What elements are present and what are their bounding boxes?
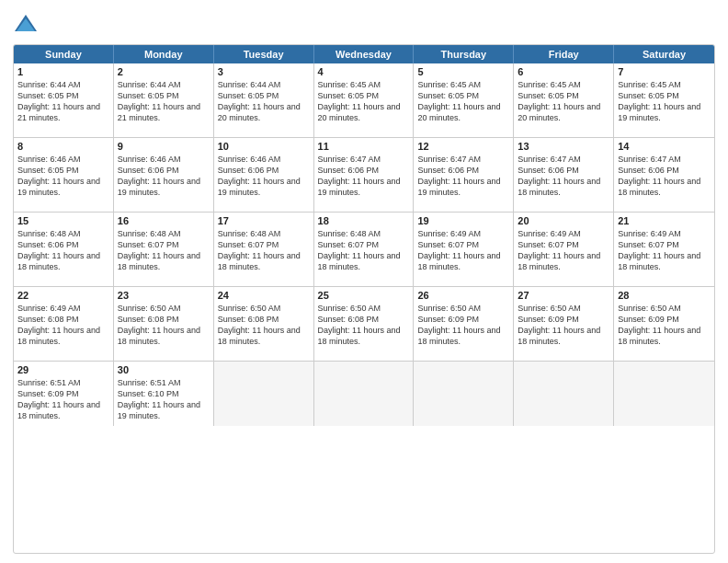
empty-cell-r4c2 [214,362,314,426]
logo-icon [13,11,39,37]
logo [13,11,42,37]
page: SundayMondayTuesdayWednesdayThursdayFrid… [0,0,728,563]
day-number: 12 [417,141,509,152]
day-info: Sunrise: 6:50 AMSunset: 6:08 PMDaylight:… [218,303,310,348]
day-cell-10: 10Sunrise: 6:46 AMSunset: 6:06 PMDayligh… [214,138,314,212]
day-info: Sunrise: 6:50 AMSunset: 6:09 PMDaylight:… [618,303,711,348]
day-number: 29 [17,364,109,375]
day-number: 25 [318,290,410,301]
day-number: 20 [518,215,609,226]
day-cell-19: 19Sunrise: 6:49 AMSunset: 6:07 PMDayligh… [414,213,514,286]
day-number: 17 [218,215,310,226]
calendar-header: SundayMondayTuesdayWednesdayThursdayFrid… [14,45,714,63]
day-info: Sunrise: 6:46 AMSunset: 6:05 PMDaylight:… [17,154,109,199]
day-info: Sunrise: 6:47 AMSunset: 6:06 PMDaylight:… [618,154,711,199]
day-number: 2 [118,66,210,77]
day-number: 3 [218,66,310,77]
empty-cell-r4c3 [314,362,415,426]
day-info: Sunrise: 6:50 AMSunset: 6:08 PMDaylight:… [318,303,410,348]
day-info: Sunrise: 6:46 AMSunset: 6:06 PMDaylight:… [218,154,310,199]
day-cell-15: 15Sunrise: 6:48 AMSunset: 6:06 PMDayligh… [14,213,114,286]
day-number: 30 [118,364,210,375]
day-number: 28 [618,290,711,301]
day-number: 1 [17,66,109,77]
day-number: 24 [218,290,310,301]
day-info: Sunrise: 6:45 AMSunset: 6:05 PMDaylight:… [518,79,609,124]
day-cell-9: 9Sunrise: 6:46 AMSunset: 6:06 PMDaylight… [114,138,214,212]
day-number: 18 [318,215,410,226]
day-number: 21 [618,215,711,226]
header-day-wednesday: Wednesday [314,45,415,63]
day-cell-29: 29Sunrise: 6:51 AMSunset: 6:09 PMDayligh… [14,362,114,426]
day-number: 15 [17,215,109,226]
header [13,11,715,37]
day-cell-30: 30Sunrise: 6:51 AMSunset: 6:10 PMDayligh… [114,362,214,426]
day-info: Sunrise: 6:48 AMSunset: 6:07 PMDaylight:… [118,228,210,273]
day-info: Sunrise: 6:49 AMSunset: 6:07 PMDaylight:… [618,228,711,273]
day-cell-28: 28Sunrise: 6:50 AMSunset: 6:09 PMDayligh… [614,287,714,361]
day-info: Sunrise: 6:45 AMSunset: 6:05 PMDaylight:… [618,79,711,124]
empty-cell-r4c4 [414,362,514,426]
day-info: Sunrise: 6:45 AMSunset: 6:05 PMDaylight:… [417,79,509,124]
day-number: 7 [618,66,711,77]
day-number: 6 [518,66,609,77]
day-cell-12: 12Sunrise: 6:47 AMSunset: 6:06 PMDayligh… [414,138,514,212]
day-cell-6: 6Sunrise: 6:45 AMSunset: 6:05 PMDaylight… [514,63,614,137]
day-info: Sunrise: 6:46 AMSunset: 6:06 PMDaylight:… [118,154,210,199]
day-info: Sunrise: 6:49 AMSunset: 6:07 PMDaylight:… [417,228,509,273]
day-number: 4 [318,66,410,77]
calendar-body: 1Sunrise: 6:44 AMSunset: 6:05 PMDaylight… [14,63,714,426]
header-day-sunday: Sunday [14,45,114,63]
day-cell-7: 7Sunrise: 6:45 AMSunset: 6:05 PMDaylight… [614,63,714,137]
day-info: Sunrise: 6:44 AMSunset: 6:05 PMDaylight:… [17,79,109,124]
header-day-saturday: Saturday [614,45,714,63]
calendar-row-1: 1Sunrise: 6:44 AMSunset: 6:05 PMDaylight… [14,63,714,137]
day-number: 26 [417,290,509,301]
day-number: 11 [318,141,410,152]
day-number: 27 [518,290,609,301]
header-day-thursday: Thursday [414,45,514,63]
day-info: Sunrise: 6:50 AMSunset: 6:08 PMDaylight:… [118,303,210,348]
calendar-row-2: 8Sunrise: 6:46 AMSunset: 6:05 PMDaylight… [14,137,714,212]
day-cell-2: 2Sunrise: 6:44 AMSunset: 6:05 PMDaylight… [114,63,214,137]
day-cell-25: 25Sunrise: 6:50 AMSunset: 6:08 PMDayligh… [314,287,415,361]
day-cell-13: 13Sunrise: 6:47 AMSunset: 6:06 PMDayligh… [514,138,614,212]
day-info: Sunrise: 6:51 AMSunset: 6:09 PMDaylight:… [17,377,109,422]
day-info: Sunrise: 6:48 AMSunset: 6:07 PMDaylight:… [318,228,410,273]
empty-cell-r4c5 [514,362,614,426]
day-info: Sunrise: 6:51 AMSunset: 6:10 PMDaylight:… [118,377,210,422]
day-info: Sunrise: 6:48 AMSunset: 6:06 PMDaylight:… [17,228,109,273]
day-info: Sunrise: 6:47 AMSunset: 6:06 PMDaylight:… [518,154,609,199]
day-cell-16: 16Sunrise: 6:48 AMSunset: 6:07 PMDayligh… [114,213,214,286]
calendar-row-4: 22Sunrise: 6:49 AMSunset: 6:08 PMDayligh… [14,286,714,361]
day-cell-26: 26Sunrise: 6:50 AMSunset: 6:09 PMDayligh… [414,287,514,361]
day-number: 5 [417,66,509,77]
day-cell-14: 14Sunrise: 6:47 AMSunset: 6:06 PMDayligh… [614,138,714,212]
day-info: Sunrise: 6:47 AMSunset: 6:06 PMDaylight:… [318,154,410,199]
day-cell-17: 17Sunrise: 6:48 AMSunset: 6:07 PMDayligh… [214,213,314,286]
header-day-monday: Monday [114,45,214,63]
header-day-tuesday: Tuesday [214,45,314,63]
day-cell-5: 5Sunrise: 6:45 AMSunset: 6:05 PMDaylight… [414,63,514,137]
day-number: 8 [17,141,109,152]
day-info: Sunrise: 6:48 AMSunset: 6:07 PMDaylight:… [218,228,310,273]
header-day-friday: Friday [514,45,614,63]
day-cell-1: 1Sunrise: 6:44 AMSunset: 6:05 PMDaylight… [14,63,114,137]
day-info: Sunrise: 6:49 AMSunset: 6:08 PMDaylight:… [17,303,109,348]
day-cell-24: 24Sunrise: 6:50 AMSunset: 6:08 PMDayligh… [214,287,314,361]
day-number: 16 [118,215,210,226]
day-cell-20: 20Sunrise: 6:49 AMSunset: 6:07 PMDayligh… [514,213,614,286]
day-cell-22: 22Sunrise: 6:49 AMSunset: 6:08 PMDayligh… [14,287,114,361]
day-info: Sunrise: 6:44 AMSunset: 6:05 PMDaylight:… [118,79,210,124]
day-cell-11: 11Sunrise: 6:47 AMSunset: 6:06 PMDayligh… [314,138,415,212]
day-cell-4: 4Sunrise: 6:45 AMSunset: 6:05 PMDaylight… [314,63,415,137]
day-info: Sunrise: 6:50 AMSunset: 6:09 PMDaylight:… [417,303,509,348]
calendar-row-3: 15Sunrise: 6:48 AMSunset: 6:06 PMDayligh… [14,212,714,286]
day-number: 9 [118,141,210,152]
day-number: 23 [118,290,210,301]
day-cell-18: 18Sunrise: 6:48 AMSunset: 6:07 PMDayligh… [314,213,415,286]
calendar: SundayMondayTuesdayWednesdayThursdayFrid… [13,44,715,554]
calendar-row-5: 29Sunrise: 6:51 AMSunset: 6:09 PMDayligh… [14,361,714,426]
day-number: 13 [518,141,609,152]
day-cell-21: 21Sunrise: 6:49 AMSunset: 6:07 PMDayligh… [614,213,714,286]
